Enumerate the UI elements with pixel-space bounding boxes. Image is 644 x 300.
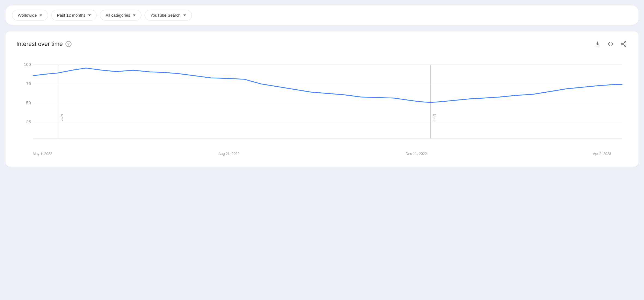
x-label-2: Aug 21, 2022 xyxy=(218,152,239,156)
x-axis-labels: May 1, 2022 Aug 21, 2022 Dec 11, 2022 Ap… xyxy=(16,149,628,156)
location-label: Worldwide xyxy=(18,13,37,17)
timeframe-filter[interactable]: Past 12 months xyxy=(51,10,97,20)
chart-title-wrap: Interest over time ? xyxy=(16,40,71,48)
help-icon[interactable]: ? xyxy=(65,41,71,47)
svg-line-3 xyxy=(623,44,625,45)
download-icon[interactable] xyxy=(594,40,601,48)
share-icon[interactable] xyxy=(620,40,628,48)
location-chevron-icon xyxy=(40,14,42,16)
chart-card: Interest over time ? xyxy=(5,31,639,167)
embed-icon[interactable] xyxy=(607,40,615,48)
timeframe-chevron-icon xyxy=(88,14,91,16)
categories-chevron-icon xyxy=(133,14,136,16)
svg-text:Note: Note xyxy=(60,114,64,121)
svg-text:25: 25 xyxy=(26,119,31,124)
filters-bar: Worldwide Past 12 months All categories … xyxy=(5,5,639,25)
chart-area: 100 75 50 25 Note Note May 1, 2022 Aug 2… xyxy=(16,57,628,156)
svg-text:75: 75 xyxy=(26,81,31,86)
chart-title: Interest over time xyxy=(16,40,63,48)
search-type-chevron-icon xyxy=(183,14,186,16)
chart-svg-container: 100 75 50 25 Note Note xyxy=(16,57,628,149)
x-label-1: May 1, 2022 xyxy=(33,152,52,156)
svg-text:Note: Note xyxy=(432,114,436,121)
location-filter[interactable]: Worldwide xyxy=(12,10,48,20)
chart-header: Interest over time ? xyxy=(16,40,628,48)
search-type-label: YouTube Search xyxy=(150,13,181,17)
categories-filter[interactable]: All categories xyxy=(100,10,141,20)
svg-text:50: 50 xyxy=(26,100,31,105)
svg-line-4 xyxy=(623,43,625,44)
svg-text:100: 100 xyxy=(24,62,31,67)
categories-label: All categories xyxy=(106,13,130,17)
timeframe-label: Past 12 months xyxy=(57,13,85,17)
chart-svg: 100 75 50 25 Note Note xyxy=(16,57,628,149)
x-label-3: Dec 11, 2022 xyxy=(406,152,427,156)
search-type-filter[interactable]: YouTube Search xyxy=(145,10,192,20)
chart-actions xyxy=(594,40,628,48)
x-label-4: Apr 2, 2023 xyxy=(593,152,611,156)
